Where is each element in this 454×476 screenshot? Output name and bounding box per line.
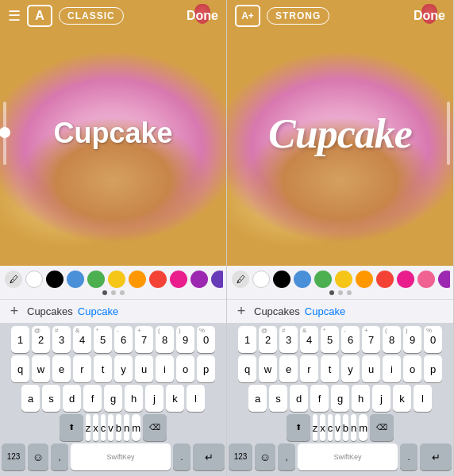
style-badge-classic[interactable]: CLASSIC xyxy=(59,7,124,25)
key-x-left[interactable]: x xyxy=(93,414,98,441)
key-h-right[interactable]: h xyxy=(352,385,370,412)
key-c-right[interactable]: c xyxy=(328,414,333,441)
color-black-left[interactable] xyxy=(46,271,63,288)
add-button-left[interactable]: + xyxy=(6,303,22,320)
key-g-right[interactable]: g xyxy=(331,385,349,412)
key-o-left[interactable]: o xyxy=(176,355,194,382)
key-3-left[interactable]: #3 xyxy=(52,326,71,353)
key-6-left[interactable]: -6 xyxy=(114,326,133,353)
key-b-left[interactable]: b xyxy=(116,414,121,441)
key-r-right[interactable]: r xyxy=(300,355,318,382)
add-button-right[interactable]: + xyxy=(233,303,249,320)
key-q-right[interactable]: q xyxy=(238,355,256,382)
key-r-left[interactable]: r xyxy=(73,355,91,382)
key-i-left[interactable]: i xyxy=(156,355,174,382)
key-m-right[interactable]: m xyxy=(359,414,367,441)
key-y-right[interactable]: y xyxy=(341,355,360,382)
key-n-right[interactable]: n xyxy=(351,414,356,441)
key-d-right[interactable]: d xyxy=(290,385,308,412)
key-m-left[interactable]: m xyxy=(132,414,140,441)
key-j-left[interactable]: j xyxy=(145,385,164,412)
eyedropper-button-right[interactable]: 🖊 xyxy=(232,271,249,288)
key-z-right[interactable]: z xyxy=(313,414,318,441)
swiftkey-left[interactable]: SwiftKey xyxy=(71,443,171,470)
period-key-left[interactable]: . xyxy=(173,443,190,470)
key-3-right[interactable]: #3 xyxy=(279,326,298,353)
key-l-left[interactable]: l xyxy=(187,385,205,412)
menu-icon[interactable]: ☰ xyxy=(8,7,21,25)
num-key-left[interactable]: 123 xyxy=(2,443,25,470)
backspace-key-right[interactable]: ⌫ xyxy=(370,414,394,441)
color-purple-left[interactable] xyxy=(190,271,208,288)
key-8-left[interactable]: (8 xyxy=(156,326,174,353)
key-p-left[interactable]: p xyxy=(197,355,215,382)
emoji-key-left[interactable]: ☺ xyxy=(28,443,48,470)
key-f-right[interactable]: f xyxy=(310,385,329,412)
suggestion-cupcake-right[interactable]: Cupcake xyxy=(305,305,345,317)
color-yellow-right[interactable] xyxy=(335,271,352,288)
key-f-left[interactable]: f xyxy=(83,385,102,412)
key-w-right[interactable]: w xyxy=(259,355,277,382)
key-8-right[interactable]: (8 xyxy=(383,326,401,353)
key-9-right[interactable]: )9 xyxy=(403,326,421,353)
style-badge-strong[interactable]: STRONG xyxy=(267,7,329,25)
key-o-right[interactable]: o xyxy=(403,355,421,382)
comma-key-left[interactable]: , xyxy=(51,443,68,470)
color-purple-right[interactable] xyxy=(438,271,450,288)
shift-key-right[interactable]: ⬆ xyxy=(287,414,310,441)
color-pink2-right[interactable] xyxy=(417,271,435,288)
color-white-right[interactable] xyxy=(252,271,270,288)
key-u-right[interactable]: u xyxy=(362,355,380,382)
key-w-left[interactable]: w xyxy=(32,355,50,382)
color-blue-right[interactable] xyxy=(294,271,311,288)
key-b-right[interactable]: b xyxy=(343,414,348,441)
key-e-left[interactable]: e xyxy=(52,355,71,382)
color-black-right[interactable] xyxy=(273,271,290,288)
key-x-right[interactable]: x xyxy=(320,414,325,441)
key-5-right[interactable]: *5 xyxy=(321,326,339,353)
period-key-right[interactable]: . xyxy=(400,443,417,470)
key-a-right[interactable]: a xyxy=(248,385,267,412)
key-5-left[interactable]: *5 xyxy=(94,326,112,353)
color-red-right[interactable] xyxy=(376,271,394,288)
return-key-left[interactable]: ↵ xyxy=(193,443,225,470)
color-white-left[interactable] xyxy=(25,271,43,288)
color-red-left[interactable] xyxy=(149,271,167,288)
key-6-right[interactable]: -6 xyxy=(341,326,360,353)
key-0-left[interactable]: %0 xyxy=(197,326,215,353)
key-z-left[interactable]: z xyxy=(86,414,91,441)
color-yellow-left[interactable] xyxy=(108,271,125,288)
color-green-right[interactable] xyxy=(314,271,332,288)
suggestion-cupcakes-right[interactable]: Cupcakes xyxy=(254,305,300,317)
key-k-right[interactable]: k xyxy=(393,385,411,412)
key-j-right[interactable]: j xyxy=(372,385,391,412)
key-y-left[interactable]: y xyxy=(114,355,133,382)
right-slider[interactable] xyxy=(447,102,450,165)
color-pink-left[interactable] xyxy=(170,271,187,288)
color-blue-left[interactable] xyxy=(67,271,84,288)
swiftkey-right[interactable]: SwiftKey xyxy=(298,443,398,470)
key-s-right[interactable]: s xyxy=(269,385,287,412)
done-button-right[interactable]: Done xyxy=(414,9,445,23)
emoji-key-right[interactable]: ☺ xyxy=(255,443,275,470)
key-1-left[interactable]: 1 xyxy=(11,326,29,353)
return-key-right[interactable]: ↵ xyxy=(420,443,452,470)
key-a-left[interactable]: a xyxy=(21,385,40,412)
key-1-right[interactable]: 1 xyxy=(238,326,256,353)
eyedropper-button-left[interactable]: 🖊 xyxy=(5,271,22,288)
key-h-left[interactable]: h xyxy=(125,385,143,412)
left-slider[interactable] xyxy=(3,102,6,165)
color-violet-left[interactable] xyxy=(211,271,223,288)
color-orange-right[interactable] xyxy=(356,271,373,288)
backspace-key-left[interactable]: ⌫ xyxy=(143,414,167,441)
key-7-right[interactable]: +7 xyxy=(362,326,380,353)
key-s-left[interactable]: s xyxy=(42,385,60,412)
key-0-right[interactable]: %0 xyxy=(424,326,442,353)
key-v-left[interactable]: v xyxy=(108,414,114,441)
key-d-left[interactable]: d xyxy=(63,385,81,412)
suggestion-cupcake-left[interactable]: Cupcake xyxy=(78,305,118,317)
shift-key-left[interactable]: ⬆ xyxy=(60,414,83,441)
num-key-right[interactable]: 123 xyxy=(229,443,252,470)
key-u-left[interactable]: u xyxy=(135,355,153,382)
key-t-right[interactable]: t xyxy=(321,355,339,382)
